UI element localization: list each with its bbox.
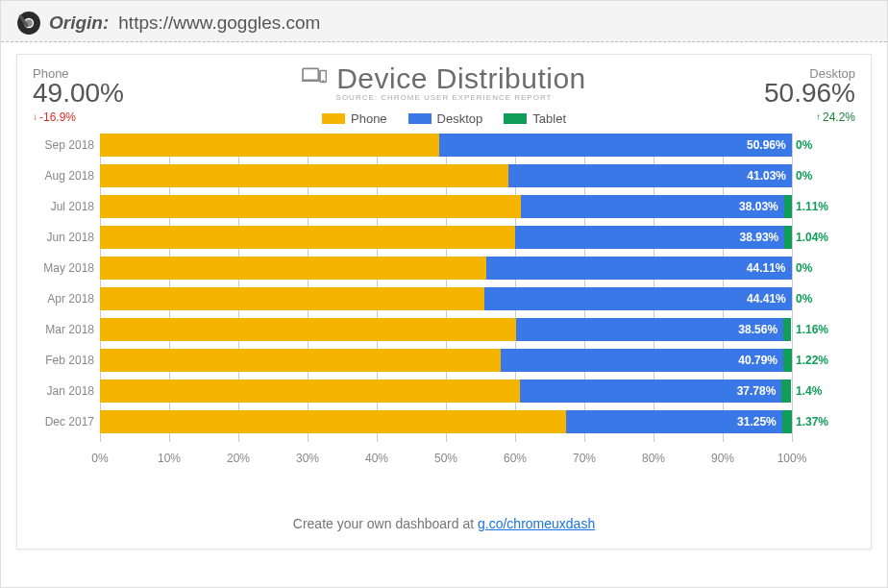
segment-phone: 49% — [100, 134, 439, 157]
value-desktop: 50.96% — [747, 134, 786, 157]
segment-desktop: 44.41% — [484, 287, 792, 310]
arrow-down-icon: ↓ — [33, 111, 37, 122]
segment-desktop: 44.11% — [486, 257, 792, 280]
value-desktop: 44.41% — [747, 287, 786, 310]
segment-desktop: 37.78% — [520, 380, 781, 403]
desktop-value: 50.96% — [702, 79, 855, 109]
x-axis-label: 20% — [227, 452, 250, 465]
stacked-bar: 57.96%40.79% — [100, 349, 792, 372]
stacked-bar: 60.2%38.56% — [100, 318, 792, 341]
value-desktop: 40.79% — [738, 349, 777, 372]
chart-legend: Phone Desktop Tablet — [186, 111, 702, 126]
chart-area: 0%10%20%30%40%50%60%70%80%90%100%Sep 201… — [100, 134, 830, 465]
stacked-bar: 60%38.93% — [100, 226, 792, 249]
x-axis-label: 0% — [91, 452, 108, 465]
bar-row: Jun 201860%38.93%1.04% — [100, 226, 830, 249]
y-axis-label: Aug 2018 — [33, 164, 94, 187]
bar-row: Aug 201858.97%41.03%0% — [100, 164, 830, 187]
devices-icon — [302, 66, 327, 91]
legend-phone: Phone — [322, 111, 387, 126]
y-axis-label: Dec 2017 — [33, 410, 94, 433]
svg-rect-6 — [323, 80, 325, 82]
chart-subtitle: SOURCE: CHROME USER EXPERIENCE REPORT — [186, 93, 702, 102]
value-tablet: 1.4% — [796, 380, 822, 403]
segment-desktop: 38.93% — [515, 226, 784, 249]
phone-value: 49.00% — [33, 79, 186, 109]
svg-rect-3 — [303, 68, 318, 80]
segment-phone: 57.96% — [100, 349, 501, 372]
origin-url: https://www.goggles.com — [118, 12, 320, 34]
chart-card: Phone 49.00% ↓-16.9% Device Distribution — [16, 54, 872, 550]
legend-desktop: Desktop — [408, 111, 483, 126]
bar-row: Dec 201767.33%31.25%1.37% — [100, 410, 830, 433]
value-desktop: 37.78% — [737, 380, 777, 403]
phone-delta: ↓-16.9% — [33, 110, 186, 124]
y-axis-label: Jan 2018 — [33, 380, 94, 403]
x-axis-label: 70% — [573, 452, 596, 465]
header-row: Phone 49.00% ↓-16.9% Device Distribution — [33, 62, 855, 126]
segment-phone: 55.56% — [100, 287, 484, 310]
x-axis-label: 60% — [504, 452, 527, 465]
origin-bar: Origin: https://www.goggles.com — [1, 1, 887, 42]
value-desktop: 41.03% — [747, 164, 786, 187]
stacked-bar: 67.33%31.25% — [100, 410, 792, 433]
stacked-bar: 58.97%41.03% — [100, 164, 792, 187]
segment-tablet — [784, 226, 791, 249]
segment-phone: 60.83% — [100, 195, 521, 218]
arrow-up-icon: ↑ — [816, 111, 821, 122]
segment-phone: 60% — [100, 226, 515, 249]
segment-desktop: 31.25% — [566, 410, 782, 433]
value-desktop: 38.93% — [740, 226, 779, 249]
segment-phone: 67.33% — [100, 410, 566, 433]
x-axis-label: 90% — [711, 452, 734, 465]
x-axis-label: 80% — [642, 452, 665, 465]
swatch-desktop — [408, 113, 432, 124]
y-axis-label: Jun 2018 — [33, 226, 94, 249]
segment-phone: 60.74% — [100, 380, 520, 403]
x-axis-label: 40% — [365, 452, 388, 465]
y-axis-label: May 2018 — [33, 257, 94, 280]
segment-desktop: 41.03% — [508, 164, 792, 187]
value-tablet: 0% — [796, 134, 812, 157]
y-axis-label: Mar 2018 — [33, 318, 94, 341]
footer-link[interactable]: g.co/chromeuxdash — [478, 516, 595, 531]
swatch-tablet — [504, 113, 527, 124]
value-tablet: 1.22% — [796, 349, 828, 372]
x-axis-label: 30% — [296, 452, 319, 465]
header-phone-summary: Phone 49.00% ↓-16.9% — [33, 62, 186, 124]
segment-desktop: 50.96% — [439, 134, 792, 157]
value-tablet: 1.11% — [796, 195, 828, 218]
origin-label: Origin: — [49, 12, 109, 34]
segment-phone: 60.2% — [100, 318, 516, 341]
x-axis-label: 100% — [777, 452, 807, 465]
header-title-block: Device Distribution SOURCE: CHROME USER … — [186, 62, 702, 126]
y-axis-label: Feb 2018 — [33, 349, 94, 372]
value-desktop: 31.25% — [737, 410, 777, 433]
y-axis-label: Jul 2018 — [33, 195, 94, 218]
value-desktop: 38.56% — [738, 318, 777, 341]
segment-phone: 55.83% — [100, 257, 486, 280]
chart-title: Device Distribution — [336, 62, 586, 95]
stacked-bar: 49%50.96% — [100, 134, 792, 157]
value-tablet: 0% — [796, 257, 812, 280]
bar-row: Jan 201860.74%37.78%1.4% — [100, 380, 830, 403]
bar-row: May 201855.83%44.11%0% — [100, 257, 830, 280]
bar-row: Mar 201860.2%38.56%1.16% — [100, 318, 830, 341]
segment-phone: 58.97% — [100, 164, 508, 187]
footer-prefix: Create your own dashboard at — [293, 516, 478, 531]
segment-desktop: 38.56% — [516, 318, 783, 341]
segment-tablet — [783, 349, 792, 372]
bar-row: Sep 201849%50.96%0% — [100, 134, 830, 157]
swatch-phone — [322, 113, 345, 124]
svg-rect-4 — [302, 80, 319, 82]
value-tablet: 1.16% — [796, 318, 828, 341]
bar-row: Jul 201860.83%38.03%1.11% — [100, 195, 830, 218]
segment-tablet — [781, 380, 791, 403]
bar-row: Feb 201857.96%40.79%1.22% — [100, 349, 830, 372]
segment-tablet — [783, 318, 791, 341]
segment-tablet — [782, 410, 792, 433]
value-tablet: 1.37% — [796, 410, 828, 433]
x-axis-label: 10% — [158, 452, 181, 465]
segment-tablet — [784, 195, 792, 218]
stacked-bar: 55.83%44.11% — [100, 257, 792, 280]
